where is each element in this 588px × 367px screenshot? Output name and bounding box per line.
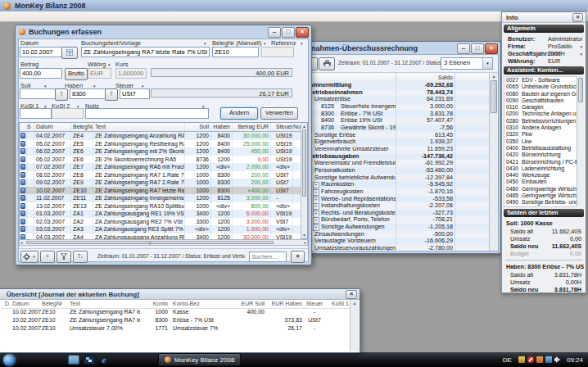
haben-lookup-button[interactable]: T [105, 88, 118, 101]
scrollbar-thumb[interactable] [302, 129, 306, 197]
scroll-down-icon[interactable]: ▼ [301, 232, 307, 238]
journal-header[interactable]: D Datum BelegNr Text Konto Konto-Bez EUR… [1, 300, 350, 308]
journal-titlebar[interactable]: Übersicht [Journal der aktuellen Buchung… [0, 289, 360, 300]
print-button[interactable] [319, 57, 335, 70]
expand-icon[interactable]: + [313, 203, 319, 210]
belegnr-input[interactable] [212, 47, 259, 57]
journal-row[interactable]: 10.02.2007 ZE10 ZE Zahlungseingang RA7 l… [1, 316, 350, 324]
section-salden[interactable]: Salden der letzten Buchung [504, 209, 584, 217]
booking-row[interactable]: 05.02.2007 ZE5 ZE Zahlungseingang Restbe… [20, 140, 301, 148]
euer-report-row[interactable]: +8300Erlöse - 7% USt 3.831,78 [300, 111, 490, 118]
euer-titlebar[interactable]: Einnahmen-Überschussrechnung – □ × [300, 43, 498, 54]
maximize-icon[interactable]: □ [471, 43, 484, 54]
euer-report-row[interactable]: +8400Erlöse 19% USt 57.407,47 [300, 117, 490, 125]
konten-list-item[interactable]: 0350 Lkw [504, 138, 577, 145]
euer-report-row[interactable]: +Wareneinsatz und Fremdleistungen -61.99… [300, 160, 490, 167]
chevron-down-icon[interactable]: ▾ [108, 62, 111, 67]
euer-report-row[interactable]: +Personalkosten -53.460,00 [300, 167, 490, 174]
euer-report-row[interactable]: +8736Gewährte Skonti - 19% USt -7,56 [300, 125, 490, 132]
col-text[interactable]: Text [93, 123, 185, 131]
volume-icon[interactable] [554, 356, 562, 363]
col-haben[interactable]: Haben [211, 123, 233, 131]
verwerfen-button[interactable]: Verwerfen [260, 107, 298, 120]
booking-row[interactable]: 04.02.2007 ZE4 ZE Zahlungseingang Anzahl… [20, 132, 301, 140]
booking-row[interactable]: 06.02.2007 ZE6 ZE Zahlungseingang mit 2%… [20, 147, 301, 156]
konten-list-item[interactable]: 0065 Unbebaute Grundstücke [504, 84, 577, 90]
saldo-column-header[interactable]: Saldo [396, 73, 455, 82]
expand-icon[interactable]: + [313, 224, 319, 231]
euer-report-row[interactable]: +Bürobedarf, Porto, Telefon -708,21 [300, 216, 490, 224]
euer-report-row[interactable]: +Zinsaufwendungen -500,00 [300, 231, 490, 238]
clock[interactable]: 09:24 [567, 356, 583, 364]
buchungstext-input[interactable] [81, 47, 210, 57]
journal-scrollbar[interactable]: ▲ [350, 300, 359, 351]
dialog-titlebar[interactable]: Buchungen erfassen – □ × [18, 26, 309, 38]
konten-list-item[interactable]: 0440 Werkzeuge [504, 172, 577, 179]
konten-list-item[interactable]: 0027 EDV - Software [504, 77, 577, 84]
settings-button[interactable]: ▾ [20, 251, 38, 263]
minimize-icon[interactable]: – [268, 27, 281, 38]
konten-list-item[interactable]: 0490 Sonstige Betriebs- und Geschäftsaus… [504, 199, 577, 206]
minimize-icon[interactable]: – [457, 43, 470, 54]
close-icon[interactable]: × [485, 43, 498, 54]
notiz-input[interactable] [85, 108, 209, 119]
datum-input[interactable] [20, 47, 62, 57]
referenz-input[interactable] [261, 47, 294, 57]
konten-list-item[interactable]: 0420 Büroeinrichtung [504, 152, 577, 158]
close-icon[interactable]: × [346, 290, 357, 299]
section-konten[interactable]: Assistent: Konten... [504, 66, 584, 75]
booking-row[interactable]: 03.03.2007 ZA3 ZA Zahlungausgang RE3 Spl… [20, 225, 301, 233]
bookings-scrollbar-vertical[interactable]: ▲ ▼ [301, 122, 308, 239]
steuer-input[interactable] [120, 88, 150, 99]
scroll-left-icon[interactable]: ◂ [20, 240, 23, 245]
euer-report-row[interactable]: +Rechts- und Beratungskosten -327,73 [300, 210, 490, 217]
konten-list-item[interactable]: 0080 Bauten auf eigenen Grundstücken [504, 91, 577, 97]
konten-list-item[interactable]: 0430 Ladeneinrichtung [504, 165, 577, 172]
konten-list-item[interactable]: 0485 Geringwertige Wirtschaftsgüter grö.… [504, 193, 577, 199]
show-desktop-icon[interactable] [68, 355, 79, 365]
booking-row[interactable]: 01.03.2007 ZA1 ZA Zahlungsausgang RE1 19… [20, 210, 301, 218]
tray-update-icon[interactable] [518, 356, 525, 363]
chevron-down-icon[interactable]: ▾ [264, 41, 266, 46]
add-booking-button[interactable]: + [40, 251, 55, 263]
konten-list-item[interactable]: 0400 Betriebsausstattung [504, 145, 577, 152]
tray-alert-icon[interactable] [536, 356, 543, 363]
euer-report-row[interactable]: +Umsatzerlöse 64.231,69 [300, 96, 490, 103]
col-belegnr[interactable]: BelegNr [71, 123, 93, 131]
expand-icon[interactable]: + [313, 211, 319, 217]
maximize-icon[interactable]: □ [282, 27, 295, 38]
euer-report-row[interactable]: +Sonstige Erlöse 613,45 [300, 132, 490, 139]
col-steuer[interactable]: Steuer [271, 123, 293, 131]
expand-icon[interactable]: + [313, 217, 319, 224]
euer-report-row[interactable]: +Sonstige betriebliche Aufwendungen -12.… [300, 174, 490, 182]
euer-report-row[interactable]: +Betriebsausgaben -147.736,42 [300, 153, 490, 161]
chevron-down-icon[interactable]: ▾ [204, 41, 206, 46]
kost2-input[interactable] [52, 108, 84, 119]
language-indicator[interactable]: DE [503, 356, 512, 364]
filter-button[interactable] [57, 251, 71, 263]
haben-input[interactable] [70, 88, 106, 99]
tray-security-icon[interactable] [527, 356, 534, 363]
euer-report-row[interactable]: +Fahrzeugkosten -1.870,16 [300, 188, 490, 196]
sort-button[interactable]: T↓ [73, 251, 88, 263]
euer-report-row[interactable]: +Eigenverbrauch 1.939,37 [300, 138, 490, 146]
kost1-input[interactable] [20, 108, 52, 119]
bookings-table-header[interactable]: S Datum BelegNr Text Soll Haben Betrag E… [20, 123, 301, 132]
konten-list-item[interactable]: 0480 Geringwertige Wirtschaftsgüter [504, 186, 577, 193]
window-switcher-icon[interactable] [84, 355, 95, 365]
col-soll[interactable]: Soll [185, 123, 211, 131]
brutto-button[interactable]: Brutto [65, 68, 88, 80]
col-s[interactable]: S [27, 123, 34, 131]
konten-list-item[interactable]: 0450 Einbauten [504, 179, 577, 185]
section-allgemein[interactable]: Allgemein [504, 25, 584, 33]
euer-report-row[interactable]: +Umsatzsteuervorauszahlungen -2.780,00 [300, 245, 490, 251]
scrollbar-thumb[interactable] [491, 80, 497, 113]
close-icon[interactable]: × [572, 13, 583, 22]
euer-scrollbar[interactable]: ▲ [489, 73, 498, 251]
close-icon[interactable]: × [296, 27, 309, 38]
booking-row[interactable]: 07.02.2007 ZE7 ZE Zahlungseingang RA6 mi… [20, 163, 301, 171]
info-titlebar[interactable]: Info × [502, 12, 586, 23]
euer-report-row[interactable]: +Werbe- und Repräsentationskosten -533,5… [300, 196, 490, 203]
chevron-down-icon[interactable]: ▾ [580, 44, 582, 49]
waehrung-input[interactable] [88, 68, 111, 79]
